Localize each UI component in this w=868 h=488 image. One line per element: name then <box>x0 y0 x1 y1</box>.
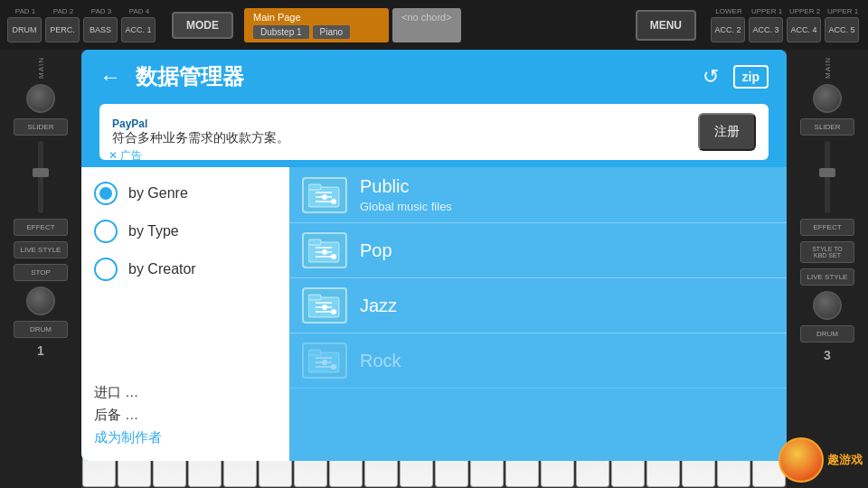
right-knob[interactable] <box>813 84 842 113</box>
mode-button[interactable]: MODE <box>172 12 233 39</box>
ad-content: PayPal 符合多种业务需求的收款方案。 <box>112 117 289 146</box>
file-icon-public <box>302 177 347 213</box>
right-slider-label: SLIDER <box>800 118 854 136</box>
svg-point-27 <box>322 360 327 365</box>
left-main-label: MAIN <box>37 57 45 79</box>
left-drum-label: DRUM <box>14 321 68 338</box>
pad-upper2[interactable]: UPPER 2 ACC. 4 <box>787 7 823 42</box>
pad-4[interactable]: PAD 4 ACC. 1 <box>121 7 157 42</box>
ad-banner: PayPal 符合多种业务需求的收款方案。 注册 ✕ 广告 <box>99 104 769 160</box>
file-item-public[interactable]: Public Global music files <box>289 167 787 223</box>
ad-register-button[interactable]: 注册 <box>698 113 756 151</box>
radio-by-type[interactable]: by Type <box>94 220 277 243</box>
pad-upper1b[interactable]: UPPER 1 ACC. 5 <box>825 7 861 42</box>
svg-point-20 <box>322 305 327 310</box>
left-live-style: LIVE STYLE <box>14 241 68 258</box>
stop-button[interactable]: STOP <box>14 264 68 281</box>
left-effect-label: EFFECT <box>14 219 68 236</box>
watermark: 趣游戏 <box>778 437 863 483</box>
right-slider-thumb[interactable] <box>819 168 835 177</box>
radio-label-genre: by Genre <box>128 185 188 202</box>
left-panel: by Genre by Type by Creator 进口 … 后备 … 成为… <box>81 167 289 461</box>
svg-rect-8 <box>308 239 321 245</box>
file-list-panel: Public Global music files <box>289 167 787 461</box>
svg-point-5 <box>331 199 336 204</box>
left-slider-thumb[interactable] <box>33 168 49 177</box>
left-slider-label: SLIDER <box>14 118 68 136</box>
radio-circle-type[interactable] <box>94 220 118 243</box>
music-folder-icon-jazz <box>308 292 341 319</box>
ad-text: 符合多种业务需求的收款方案。 <box>112 130 289 146</box>
file-info-jazz: Jazz <box>360 296 397 316</box>
pad-upper1[interactable]: UPPER 1 ACC. 3 <box>749 7 785 42</box>
dubstep-btn[interactable]: Dubstep 1 <box>253 25 309 39</box>
left-strip: MAIN SLIDER EFFECT LIVE STYLE STOP DRUM … <box>0 50 81 488</box>
main-page-box: Main Page Dubstep 1 Piano <box>244 8 389 42</box>
file-info-pop: Pop <box>360 240 392 261</box>
radio-by-genre[interactable]: by Genre <box>94 182 277 205</box>
file-info-public: Public Global music files <box>360 176 452 213</box>
radio-group: by Genre by Type by Creator <box>94 182 277 281</box>
file-item-rock[interactable]: Rock <box>289 333 787 389</box>
ad-close-button[interactable]: ✕ 广告 <box>108 148 142 164</box>
file-name-public: Public <box>360 176 452 197</box>
music-folder-icon-rock <box>308 347 341 374</box>
svg-rect-22 <box>308 350 321 355</box>
right-slider[interactable] <box>825 141 830 213</box>
watermark-logo <box>778 437 824 483</box>
dialog-header: ← 数据管理器 ↺ zip <box>81 50 787 104</box>
file-name-jazz: Jazz <box>360 296 397 316</box>
zip-icon[interactable]: zip <box>733 65 769 89</box>
left-drum-num: 1 <box>37 343 44 358</box>
radio-circle-genre[interactable] <box>94 182 118 205</box>
file-item-jazz[interactable]: Jazz <box>289 278 787 333</box>
dialog-body: by Genre by Type by Creator 进口 … 后备 … 成为… <box>81 167 787 461</box>
file-info-rock: Rock <box>360 351 401 371</box>
radio-label-type: by Type <box>128 223 179 239</box>
main-page-label: Main Page <box>253 12 380 23</box>
backup-link[interactable]: 后备 … <box>94 407 277 424</box>
right-drum-num: 3 <box>824 348 831 362</box>
file-item-pop[interactable]: Pop <box>289 223 787 278</box>
left-pads: PAD 1 DRUM PAD 2 PERC. PAD 3 BASS PAD 4 … <box>0 4 165 46</box>
import-link[interactable]: 进口 … <box>94 384 277 401</box>
refresh-icon[interactable]: ↺ <box>703 65 719 89</box>
svg-point-19 <box>331 309 336 314</box>
right-effect-label: EFFECT <box>800 219 854 236</box>
chord-box: <no chord> <box>392 8 461 42</box>
watermark-text: 趣游戏 <box>827 452 863 468</box>
pad-3[interactable]: PAD 3 BASS <box>83 7 119 42</box>
radio-circle-creator[interactable] <box>94 258 118 281</box>
music-folder-icon-pop <box>308 237 341 264</box>
data-manager-dialog: ← 数据管理器 ↺ zip PayPal 符合多种业务需求的收款方案。 注册 ✕… <box>81 50 787 461</box>
back-button[interactable]: ← <box>99 64 121 89</box>
pad-lower[interactable]: LOWER ACC. 2 <box>711 7 747 42</box>
pad-1[interactable]: PAD 1 DRUM <box>7 7 43 42</box>
left-knob[interactable] <box>26 84 55 113</box>
menu-button[interactable]: MENU <box>636 10 696 41</box>
left-knob2[interactable] <box>26 286 55 315</box>
dialog-title: 数据管理器 <box>136 62 688 91</box>
svg-point-12 <box>331 254 336 259</box>
svg-rect-15 <box>308 295 321 300</box>
right-live-style: LIVE STYLE <box>800 268 854 286</box>
right-drum-label: DRUM <box>800 325 854 343</box>
file-icon-pop <box>302 232 347 268</box>
file-icon-jazz <box>302 287 347 324</box>
right-kbd-style: STYLE TO KBD SET <box>800 241 854 263</box>
file-sub-public: Global music files <box>360 200 452 213</box>
right-knob2[interactable] <box>813 291 842 320</box>
left-slider[interactable] <box>38 141 43 213</box>
radio-by-creator[interactable]: by Creator <box>94 258 277 281</box>
right-strip: MAIN SLIDER EFFECT STYLE TO KBD SET LIVE… <box>787 50 868 488</box>
ad-brand: PayPal <box>112 117 289 130</box>
file-name-rock: Rock <box>360 351 401 371</box>
file-icon-rock <box>302 343 347 379</box>
svg-point-6 <box>322 194 327 200</box>
music-folder-icon <box>308 182 341 209</box>
pad-2[interactable]: PAD 2 PERC. <box>45 7 81 42</box>
creator-link[interactable]: 成为制作者 <box>94 429 277 446</box>
piano-btn[interactable]: Piano <box>313 25 351 39</box>
svg-point-13 <box>322 249 327 255</box>
svg-rect-1 <box>308 184 321 190</box>
